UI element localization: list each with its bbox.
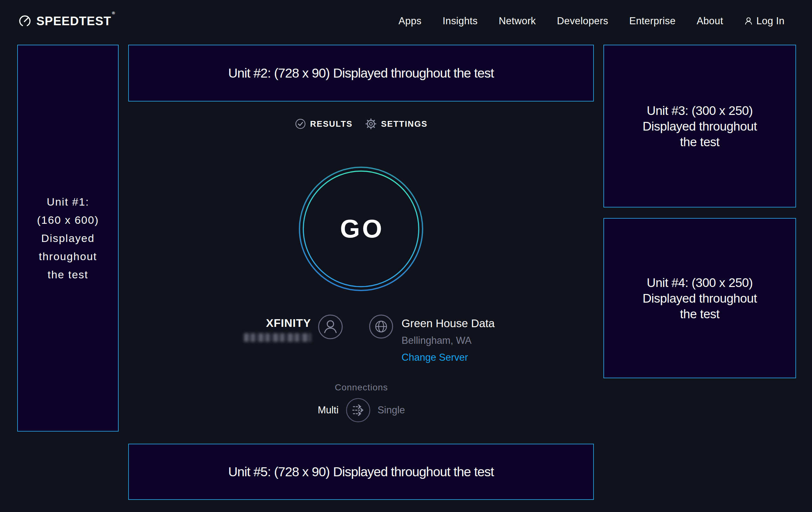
ad-unit-5-leaderboard[interactable]: Unit #5: (728 x 90) Displayed throughout…	[128, 444, 594, 500]
go-label: GO	[297, 165, 425, 293]
speedtest-logo[interactable]: SPEEDTEST®	[18, 14, 115, 28]
speedometer-gauge-icon	[18, 14, 32, 28]
nav-item-apps[interactable]: Apps	[398, 15, 421, 27]
speedtest-page: SPEEDTEST® Apps Insights Network Develop…	[0, 0, 812, 512]
server-location: Bellingham, WA	[402, 335, 495, 346]
isp-block: XFINITY	[244, 317, 311, 342]
server-block: Green House Data Bellingham, WA Change S…	[402, 317, 495, 363]
logo-wordmark: SPEEDTEST®	[36, 15, 115, 28]
isp-ip-redacted	[244, 333, 311, 342]
change-server-link[interactable]: Change Server	[402, 352, 495, 363]
results-settings-tabs: RESULTS SETTINGS	[119, 114, 604, 133]
settings-label: SETTINGS	[381, 119, 428, 129]
go-button[interactable]: GO	[297, 165, 425, 293]
isp-user-icon[interactable]	[318, 315, 343, 339]
results-label: RESULTS	[310, 119, 352, 129]
connection-info-row: XFINITY Green House Data Bellingham, WA …	[119, 311, 604, 369]
connections-multi-option[interactable]: Multi	[318, 404, 338, 416]
ad-unit-1-skyscraper[interactable]: Unit #1: (160 x 600) Displayed throughou…	[17, 45, 119, 432]
nav-item-enterprise[interactable]: Enterprise	[629, 15, 675, 27]
top-nav: SPEEDTEST® Apps Insights Network Develop…	[0, 0, 812, 42]
nav-item-network[interactable]: Network	[499, 15, 536, 27]
check-circle-icon	[295, 118, 306, 129]
ad-unit-4-rectangle[interactable]: Unit #4: (300 x 250) Displayed throughou…	[603, 218, 796, 378]
connections-toggle-row: Multi Single	[119, 397, 604, 423]
connections-single-option[interactable]: Single	[378, 404, 405, 416]
tab-results[interactable]: RESULTS	[295, 118, 352, 129]
nav-item-insights[interactable]: Insights	[443, 15, 478, 27]
gear-icon	[365, 118, 377, 130]
ad-unit-2-leaderboard[interactable]: Unit #2: (728 x 90) Displayed throughout…	[128, 45, 594, 102]
login-button[interactable]: Log In	[744, 15, 785, 27]
ad-unit-3-rectangle[interactable]: Unit #3: (300 x 250) Displayed throughou…	[603, 45, 796, 208]
tab-settings[interactable]: SETTINGS	[365, 118, 428, 130]
user-icon	[744, 17, 753, 26]
trademark-symbol: ®	[112, 10, 115, 15]
multi-connection-arrows-icon[interactable]	[346, 398, 371, 423]
nav-item-developers[interactable]: Developers	[557, 15, 608, 27]
nav-menu: Apps Insights Network Developers Enterpr…	[398, 15, 723, 27]
server-name: Green House Data	[402, 317, 495, 330]
isp-name: XFINITY	[266, 317, 311, 329]
nav-item-about[interactable]: About	[697, 15, 723, 27]
server-globe-icon[interactable]	[369, 315, 393, 339]
login-label: Log In	[756, 15, 785, 27]
connections-label: Connections	[119, 382, 604, 393]
